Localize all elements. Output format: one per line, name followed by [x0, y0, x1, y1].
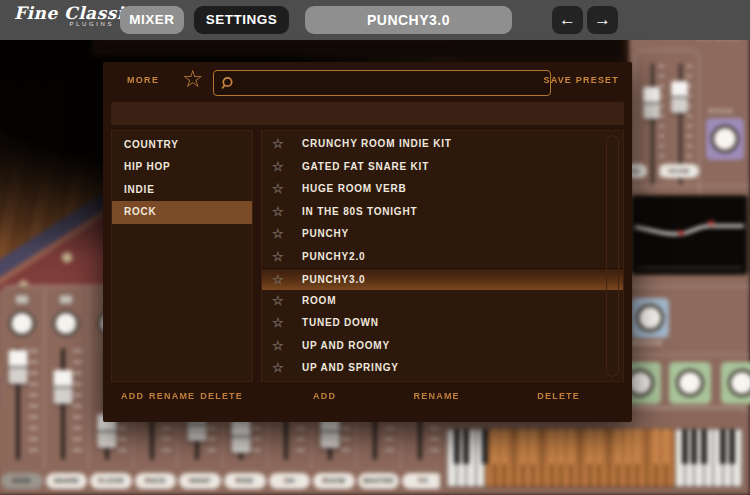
pitch-label: PITCH	[709, 108, 733, 114]
favorite-star-icon[interactable]: ☆	[182, 66, 204, 92]
piano-key-sharp	[501, 429, 507, 464]
channel-label-kick: KICK	[1, 473, 43, 489]
tab-mixer[interactable]: MIXER	[120, 6, 184, 34]
piano-key-sharp	[549, 429, 555, 464]
piano-key-sharp	[625, 429, 631, 464]
preset-row[interactable]: ☆GATED FAT SNARE KIT	[262, 156, 623, 179]
mixer-strip	[0, 286, 45, 469]
divider	[629, 354, 750, 355]
row-star-icon[interactable]: ☆	[272, 269, 284, 291]
piano-key-sharp	[587, 429, 593, 464]
preset-label: UP AND ROOMY	[302, 340, 390, 351]
fader-cap	[9, 350, 28, 384]
row-star-icon[interactable]: ☆	[272, 178, 284, 201]
preset-row[interactable]: ☆CRUNCHY ROOM INDIE KIT	[262, 133, 623, 156]
category-item-country[interactable]: COUNTRY	[112, 134, 252, 156]
category-item-indie[interactable]: INDIE	[112, 179, 252, 201]
preset-row[interactable]: ☆PUNCHY	[262, 223, 623, 246]
preset-label: CRUNCHY ROOM INDIE KIT	[302, 138, 452, 149]
channel-labels: KICK SNARE FLOOR RACK HIHAT RIDE OH ROOM…	[1, 473, 444, 489]
row-star-icon[interactable]: ☆	[272, 357, 284, 380]
piano-key-sharp	[492, 429, 498, 464]
gen-knob	[728, 369, 750, 397]
fader-cap	[232, 419, 251, 453]
release-knob	[636, 304, 664, 332]
fader-ticks	[29, 350, 38, 456]
preset-list-scrollbar[interactable]	[606, 135, 619, 377]
preset-label: ROOM	[302, 295, 336, 306]
preset-rename-button[interactable]: RENAME	[414, 391, 460, 401]
save-preset-button[interactable]: SAVE PRESET	[543, 75, 619, 85]
channel-label-ride: RIDE	[224, 473, 266, 489]
search-box[interactable]	[213, 70, 551, 96]
fader-cap	[643, 87, 660, 119]
piano-key-sharp	[682, 429, 688, 464]
search-input[interactable]	[240, 77, 540, 89]
more-button[interactable]: MORE	[127, 75, 159, 85]
next-preset-button[interactable]: →	[587, 6, 618, 34]
preset-row[interactable]: ☆ROOM	[262, 290, 623, 313]
release-label: RELEASE	[629, 340, 663, 346]
channel-label-rack: RACK	[135, 473, 177, 489]
row-star-icon[interactable]: ☆	[272, 246, 284, 269]
category-list: COUNTRY HIP HOP INDIE ROCK	[111, 130, 253, 382]
mute-button	[15, 295, 28, 304]
piano-key-sharp	[454, 429, 460, 464]
category-item-hiphop[interactable]: HIP HOP	[112, 156, 252, 178]
row-star-icon[interactable]: ☆	[272, 223, 284, 246]
channel-label-snare: SNARE	[46, 473, 88, 489]
preset-row[interactable]: ☆HUGE ROOM VERB	[262, 178, 623, 201]
category-item-rock[interactable]: ROCK	[112, 201, 252, 223]
piano-key-sharp	[558, 429, 564, 464]
preset-list: ☆CRUNCHY ROOM INDIE KIT ☆GATED FAT SNARE…	[261, 130, 624, 382]
row-star-icon[interactable]: ☆	[272, 290, 284, 313]
preset-delete-button[interactable]: DELETE	[537, 391, 580, 401]
tab-settings[interactable]: SETTINGS	[194, 6, 289, 34]
preset-label: PUNCHY3.0	[302, 274, 365, 285]
room-pill: ROOM	[659, 164, 699, 178]
del-knob-plate	[669, 362, 711, 404]
preset-label: GATED FAT SNARE KIT	[302, 161, 429, 172]
piano-key-sharp	[568, 429, 574, 464]
plugin-window: KICK SNARE FLOOR RACK HIHAT RIDE OH ROOM…	[0, 0, 750, 495]
preset-row-selected[interactable]: ☆PUNCHY3.0	[262, 268, 623, 290]
preset-row[interactable]: ☆TUNED DOWN	[262, 312, 623, 335]
pitch-knob	[711, 125, 739, 153]
preset-row[interactable]: ☆IN THE 80S TONIGHT	[262, 201, 623, 224]
preset-add-button[interactable]: ADD	[313, 391, 336, 401]
del-knob	[676, 369, 704, 397]
piano-key-sharp	[663, 429, 669, 464]
brand-name: Fine Classics	[14, 3, 114, 23]
row-star-icon[interactable]: ☆	[272, 201, 284, 224]
eq-display	[631, 195, 748, 275]
preset-label: UP AND SPRINGY	[302, 362, 399, 373]
piano-key-sharp	[615, 429, 621, 464]
category-delete-button[interactable]: DELETE	[200, 391, 243, 401]
piano-key-sharp	[596, 429, 602, 464]
preset-name-display[interactable]: PUNCHY3.0	[305, 6, 512, 34]
channel-label-fx: FX	[402, 473, 444, 489]
piano-key-sharp	[482, 429, 488, 464]
preset-browser-dialog: MORE ☆ SAVE PRESET COUNTRY HIP HOP INDIE…	[103, 62, 632, 422]
channel-label-room: ROOM	[313, 473, 355, 489]
preset-row[interactable]: ☆UP AND ROOMY	[262, 335, 623, 358]
piano-key-sharp	[530, 429, 536, 464]
channel-label-floor: FLOOR	[90, 473, 132, 489]
brand-logo: Fine Classics PLUGINS	[14, 3, 114, 27]
piano-key-sharp	[634, 429, 640, 464]
row-star-icon[interactable]: ☆	[272, 133, 284, 156]
piano-key-sharp	[720, 429, 726, 464]
preset-label: PUNCHY2.0	[302, 251, 365, 262]
preset-row[interactable]: ☆PUNCHY2.0	[262, 246, 623, 269]
category-add-button[interactable]: ADD	[121, 391, 144, 401]
row-star-icon[interactable]: ☆	[272, 156, 284, 179]
row-star-icon[interactable]: ☆	[272, 335, 284, 358]
piano-key-sharp	[520, 429, 526, 464]
channel-knob	[8, 310, 35, 337]
prev-preset-button[interactable]: ←	[552, 6, 583, 34]
row-star-icon[interactable]: ☆	[272, 312, 284, 335]
preset-label: PUNCHY	[302, 228, 349, 239]
breadcrumb-strip	[111, 102, 624, 125]
preset-row[interactable]: ☆UP AND SPRINGY	[262, 357, 623, 380]
category-rename-button[interactable]: RENAME	[149, 391, 195, 401]
